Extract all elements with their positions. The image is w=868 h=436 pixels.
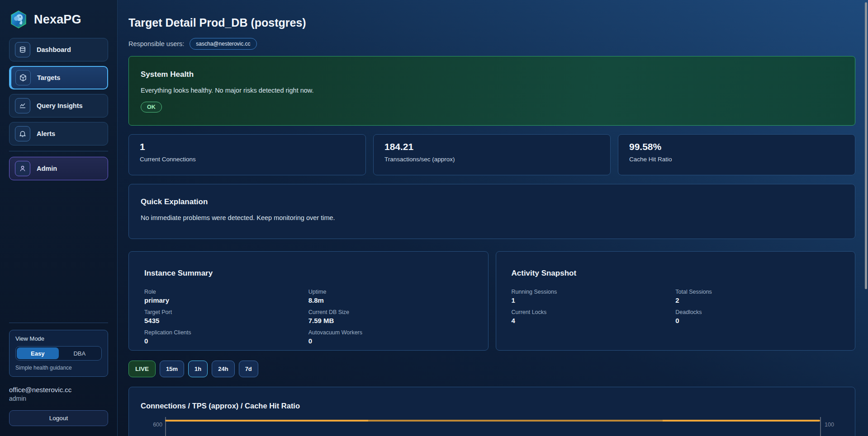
person-icon <box>15 161 30 176</box>
view-mode-label: View Mode <box>15 335 102 342</box>
metric-cards-row: 1 Current Connections 184.21 Transaction… <box>128 134 855 175</box>
responsible-user-badge[interactable]: sascha@nesterovic.cc <box>190 38 256 50</box>
field-value: 5435 <box>144 317 308 324</box>
trend-chart-icon <box>15 98 30 113</box>
field-label: Current Locks <box>512 309 676 315</box>
sidebar-item-targets[interactable]: Targets <box>9 66 108 89</box>
range-button-15m[interactable]: 15m <box>160 361 184 377</box>
sidebar: NexaPG Dashboard Targets <box>0 0 118 436</box>
sidebar-nav: Dashboard Targets Query Insights <box>9 38 108 145</box>
field: Target Port 5435 <box>144 309 308 324</box>
field-value: 8.8m <box>308 296 473 304</box>
left-axis-tick-label: 600 <box>147 422 162 428</box>
sidebar-item-query-insights[interactable]: Query Insights <box>9 94 108 117</box>
chart-plot-area: 600 100 <box>129 418 855 436</box>
sidebar-divider <box>9 151 108 151</box>
metric-label: Cache Hit Ratio <box>629 156 844 163</box>
sidebar-item-label: Query Insights <box>37 102 83 109</box>
live-button[interactable]: LIVE <box>128 361 156 377</box>
view-mode-dba-option[interactable]: DBA <box>59 347 101 359</box>
sidebar-item-label: Targets <box>37 74 60 81</box>
quick-explanation-title: Quick Explanation <box>141 197 843 206</box>
range-button-1h[interactable]: 1h <box>188 361 208 377</box>
view-mode-hint: Simple health guidance <box>15 365 102 371</box>
field-value: 1 <box>512 296 676 304</box>
sidebar-bottom: View Mode Easy DBA Simple health guidanc… <box>9 317 108 426</box>
field-value: 0 <box>144 337 308 345</box>
field: Current DB Size 7.59 MB <box>308 309 473 324</box>
activity-snapshot-fields: Running Sessions 1 Total Sessions 2 Curr… <box>512 289 840 324</box>
summary-row: Instance Summary Role primary Uptime 8.8… <box>128 251 855 351</box>
metric-value: 99.58% <box>629 141 844 152</box>
right-axis-tick-label: 100 <box>825 422 834 428</box>
instance-summary-card: Instance Summary Role primary Uptime 8.8… <box>128 251 489 351</box>
field: Total Sessions 2 <box>675 289 840 304</box>
field: Uptime 8.8m <box>308 289 473 304</box>
view-mode-toggle: Easy DBA <box>15 346 102 361</box>
metric-label: Transactions/sec (approx) <box>384 156 599 163</box>
field: Role primary <box>144 289 308 304</box>
status-badge: OK <box>141 102 162 113</box>
activity-snapshot-card: Activity Snapshot Running Sessions 1 Tot… <box>496 251 856 351</box>
cache-hit-ratio-series-line <box>165 420 820 422</box>
field-label: Deadlocks <box>675 309 840 315</box>
chart-card: Connections / TPS (approx) / Cache Hit R… <box>128 387 855 436</box>
field-value: primary <box>144 296 308 304</box>
sidebar-item-admin[interactable]: Admin <box>9 157 108 180</box>
sidebar-item-label: Dashboard <box>37 46 71 53</box>
field-value: 0 <box>675 317 840 324</box>
field: Running Sessions 1 <box>512 289 676 304</box>
user-email: office@nesterovic.cc <box>9 386 108 394</box>
sidebar-item-alerts[interactable]: Alerts <box>9 122 108 145</box>
system-health-title: System Health <box>141 70 843 79</box>
field-label: Current DB Size <box>308 309 473 315</box>
view-mode-panel: View Mode Easy DBA Simple health guidanc… <box>9 330 108 377</box>
field-label: Role <box>144 289 308 295</box>
metric-card-connections: 1 Current Connections <box>128 134 366 175</box>
system-health-message: Everything looks healthy. No major risks… <box>141 87 843 94</box>
instance-summary-fields: Role primary Uptime 8.8m Target Port 543… <box>144 289 473 345</box>
chart-title: Connections / TPS (approx) / Cache Hit R… <box>129 402 855 410</box>
field: Current Locks 4 <box>512 309 676 324</box>
responsible-users-label: Responsible users: <box>128 40 184 47</box>
instance-summary-title: Instance Summary <box>144 269 473 278</box>
sidebar-item-label: Alerts <box>37 130 55 137</box>
main-content: Target Detail Prod_DB (postgres) Respons… <box>118 0 868 436</box>
field-label: Autovacuum Workers <box>308 329 473 336</box>
metric-card-cache-hit: 99.58% Cache Hit Ratio <box>618 134 855 175</box>
quick-explanation-message: No immediate problems were detected. Kee… <box>141 214 843 221</box>
field: Autovacuum Workers 0 <box>308 329 473 345</box>
field-label: Running Sessions <box>512 289 676 295</box>
field-label: Replication Clients <box>144 329 308 336</box>
app-name: NexaPG <box>34 13 81 27</box>
range-button-24h[interactable]: 24h <box>212 361 234 377</box>
field-label: Total Sessions <box>675 289 840 295</box>
logout-button[interactable]: Logout <box>9 410 108 426</box>
metric-label: Current Connections <box>140 156 355 163</box>
responsible-users-row: Responsible users: sascha@nesterovic.cc <box>128 38 855 50</box>
range-button-7d[interactable]: 7d <box>239 361 258 377</box>
field-label: Target Port <box>144 309 308 315</box>
database-icon <box>15 42 30 57</box>
cube-icon <box>15 70 31 85</box>
sidebar-bottom-divider <box>9 323 108 323</box>
logo-row: NexaPG <box>9 9 108 30</box>
field-value: 4 <box>512 317 676 324</box>
system-health-card: System Health Everything looks healthy. … <box>128 56 855 126</box>
field: Replication Clients 0 <box>144 329 308 345</box>
activity-snapshot-title: Activity Snapshot <box>512 269 840 278</box>
view-mode-easy-option[interactable]: Easy <box>17 347 59 359</box>
metric-value: 184.21 <box>384 141 599 152</box>
quick-explanation-card: Quick Explanation No immediate problems … <box>128 184 855 239</box>
time-range-controls: LIVE 15m 1h 24h 7d <box>128 361 855 377</box>
field-value: 0 <box>308 337 473 345</box>
field-value: 7.59 MB <box>308 317 473 324</box>
sidebar-item-dashboard[interactable]: Dashboard <box>9 38 108 61</box>
sidebar-item-label: Admin <box>37 165 57 172</box>
user-role: admin <box>9 395 108 402</box>
field-value: 2 <box>675 296 840 304</box>
vertical-scrollbar[interactable] <box>865 2 867 289</box>
bell-icon <box>15 126 30 141</box>
page-title: Target Detail Prod_DB (postgres) <box>128 16 855 29</box>
metric-card-tps: 184.21 Transactions/sec (approx) <box>373 134 611 175</box>
